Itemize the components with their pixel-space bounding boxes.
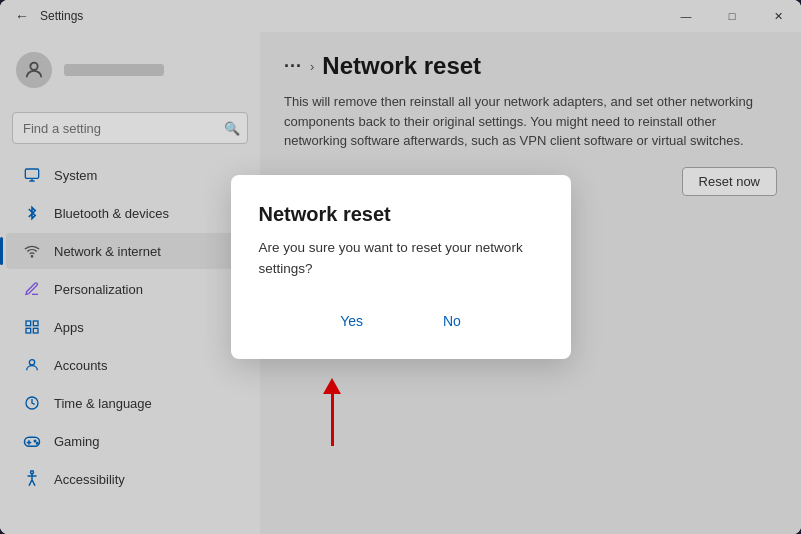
- dialog-message: Are you sure you want to reset your netw…: [259, 238, 543, 279]
- dialog-buttons: Yes No: [259, 307, 543, 335]
- dialog-no-button[interactable]: No: [423, 307, 481, 335]
- arrow-head: [323, 378, 341, 394]
- arrow-indicator: [323, 378, 341, 446]
- dialog-title: Network reset: [259, 203, 543, 226]
- settings-window: ← Settings — □ ✕ 🔍: [0, 0, 801, 534]
- dialog-overlay: Network reset Are you sure you want to r…: [0, 0, 801, 534]
- arrow-shaft: [331, 394, 334, 446]
- dialog-yes-button[interactable]: Yes: [320, 307, 383, 335]
- network-reset-dialog: Network reset Are you sure you want to r…: [231, 175, 571, 359]
